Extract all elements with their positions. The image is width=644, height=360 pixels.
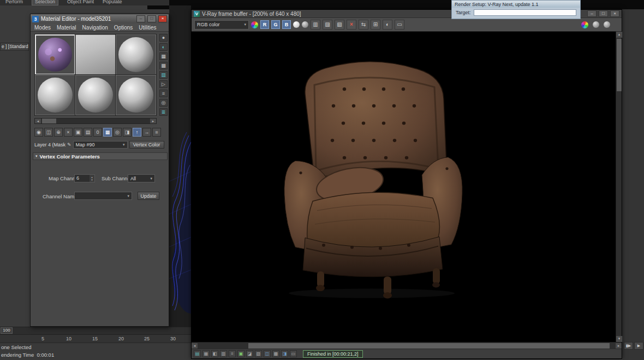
- material-type-fragment[interactable]: e ] [Standard: [0, 43, 29, 51]
- sample-slot-5[interactable]: [75, 75, 116, 115]
- next-frame-button[interactable]: ▮▶: [624, 342, 633, 350]
- close-button[interactable]: ×: [158, 15, 167, 22]
- minimize-button[interactable]: –: [587, 10, 597, 17]
- timeline-ruler[interactable]: 5 10 15 20 25 30: [0, 334, 191, 343]
- region-render-icon[interactable]: ⊞: [371, 20, 380, 29]
- play-button[interactable]: ▶: [634, 342, 643, 350]
- map-type-button[interactable]: Vertex Color: [129, 141, 164, 149]
- vfb-status-icon[interactable]: ◧: [211, 350, 218, 357]
- toolbar-options-icon[interactable]: ≡: [152, 128, 161, 137]
- material-navigator-icon[interactable]: ≣: [159, 108, 168, 116]
- ribbon-tab-populate[interactable]: Populate: [103, 0, 122, 5]
- sample-slot-1-active[interactable]: [35, 34, 75, 75]
- monochrome-channel-icon[interactable]: [293, 21, 300, 28]
- green-channel-button[interactable]: G: [271, 20, 280, 29]
- maximize-button[interactable]: □: [147, 15, 156, 22]
- clear-image-icon[interactable]: ×: [347, 20, 356, 29]
- render-view[interactable]: [192, 32, 616, 342]
- scroll-left-icon[interactable]: ◂: [192, 343, 198, 349]
- save-image-icon[interactable]: ▥: [311, 20, 320, 29]
- background-toggle-icon[interactable]: ◨: [123, 128, 132, 137]
- channel-select-dropdown[interactable]: RGB color ▾: [194, 20, 249, 29]
- sample-slot-3[interactable]: [116, 34, 156, 75]
- menu-navigation[interactable]: Navigation: [82, 25, 108, 31]
- scrollbar-thumb[interactable]: [42, 119, 56, 123]
- blue-channel-button[interactable]: B: [282, 20, 291, 29]
- horizontal-scrollbar[interactable]: ◂ ▸: [192, 342, 622, 349]
- track-bar[interactable]: [0, 327, 191, 334]
- update-button[interactable]: Update: [138, 192, 159, 200]
- menu-material[interactable]: Material: [57, 25, 76, 31]
- minimize-button[interactable]: –: [136, 15, 145, 22]
- render-setup-window[interactable]: Render Setup: V-Ray Next, update 1.1 Tar…: [451, 0, 581, 19]
- alpha-channel-icon[interactable]: [302, 21, 308, 28]
- render-setup-target-field[interactable]: [474, 9, 576, 16]
- scrollbar-thumb[interactable]: [617, 39, 622, 91]
- select-by-material-icon[interactable]: ◎: [159, 99, 168, 107]
- duplicate-window-icon[interactable]: ▭: [395, 20, 404, 29]
- load-image-icon[interactable]: ▨: [323, 20, 332, 29]
- show-end-result-icon[interactable]: ◎: [113, 128, 122, 137]
- channel-name-dropdown[interactable]: ▾: [74, 192, 132, 200]
- compare-image-icon[interactable]: ◐: [383, 20, 392, 29]
- map-channel-spinner[interactable]: ▴ ▾: [90, 175, 94, 182]
- vfb-status-icon[interactable]: ▭: [290, 350, 297, 357]
- map-name-dropdown[interactable]: Map #90 ▾: [73, 141, 128, 149]
- scroll-right-icon[interactable]: ▸: [616, 343, 622, 349]
- scroll-down-icon[interactable]: ▾: [616, 336, 622, 342]
- sample-type-icon[interactable]: ●: [159, 34, 168, 42]
- put-to-scene-icon[interactable]: ◫: [44, 128, 53, 137]
- menu-utilities[interactable]: Utilities: [139, 25, 156, 31]
- history-icon[interactable]: [604, 21, 610, 28]
- vfb-status-icon[interactable]: ▦: [202, 350, 210, 357]
- sample-slot-6[interactable]: [116, 75, 156, 115]
- sample-tiling-icon[interactable]: ▩: [159, 62, 168, 69]
- vertex-color-parameters-rollout[interactable]: ▾ Vertex Color Parameters: [33, 152, 168, 160]
- scroll-up-icon[interactable]: ▴: [616, 32, 622, 38]
- material-id-channel-icon[interactable]: 0: [93, 128, 102, 137]
- close-button[interactable]: ×: [610, 10, 619, 17]
- sub-channel-dropdown[interactable]: All ▾: [128, 174, 155, 182]
- copy-image-icon[interactable]: ▧: [335, 20, 344, 29]
- stamp-icon[interactable]: [593, 21, 599, 28]
- red-channel-button[interactable]: R: [260, 20, 269, 29]
- assign-to-selection-icon[interactable]: ⊕: [54, 128, 63, 137]
- viewport-sliver[interactable]: [169, 5, 191, 351]
- scrollbar-thumb[interactable]: [248, 343, 610, 349]
- vfb-status-icon[interactable]: ◨: [281, 350, 288, 357]
- sample-slots-scrollbar[interactable]: ◂ ▸: [34, 118, 157, 124]
- show-map-in-viewport-icon[interactable]: ▦: [103, 128, 112, 137]
- vfb-status-icon[interactable]: ▣: [237, 350, 245, 357]
- vfb-status-icon[interactable]: ◫: [264, 350, 271, 357]
- sample-slot-2[interactable]: [75, 34, 116, 75]
- vfb-status-icon[interactable]: ▧: [255, 350, 262, 357]
- scroll-left-icon[interactable]: ◂: [35, 119, 41, 123]
- put-to-library-icon[interactable]: ▤: [84, 128, 92, 137]
- maximize-button[interactable]: □: [599, 10, 608, 17]
- menu-options[interactable]: Options: [114, 25, 133, 31]
- spinner-down-icon[interactable]: ▾: [90, 179, 94, 181]
- make-preview-icon[interactable]: ▷: [159, 80, 168, 88]
- go-to-parent-icon[interactable]: ↑: [133, 128, 141, 137]
- track-mouse-icon[interactable]: ⇆: [359, 20, 368, 29]
- video-color-check-icon[interactable]: ▥: [159, 71, 168, 79]
- frame-slider-value[interactable]: 100: [1, 327, 13, 334]
- vertical-scrollbar[interactable]: ▴ ▾: [616, 32, 622, 342]
- vfb-status-icon[interactable]: ◪: [246, 350, 253, 357]
- sample-background-icon[interactable]: ▦: [159, 52, 168, 60]
- get-material-icon[interactable]: ◉: [34, 128, 43, 137]
- scroll-right-icon[interactable]: ▸: [150, 119, 156, 123]
- sample-slot-4[interactable]: [35, 75, 75, 115]
- ribbon-tab-perform[interactable]: Perform: [5, 0, 23, 5]
- backlight-icon[interactable]: ◐: [159, 43, 168, 51]
- material-editor-titlebar[interactable]: 3 Material Editor - model35201 – □ ×: [31, 14, 169, 23]
- material-options-icon[interactable]: ≡: [159, 90, 168, 97]
- reset-map-icon[interactable]: ×: [64, 128, 73, 137]
- pencil-icon[interactable]: ✎: [67, 142, 71, 147]
- menu-modes[interactable]: Modes: [34, 25, 51, 31]
- make-unique-icon[interactable]: ▣: [74, 128, 82, 137]
- go-forward-sibling-icon[interactable]: →: [142, 128, 151, 137]
- color-wheel-icon[interactable]: [251, 21, 258, 28]
- vfb-status-icon[interactable]: ▤: [194, 350, 201, 357]
- ribbon-tab-selection[interactable]: Selection: [32, 0, 58, 5]
